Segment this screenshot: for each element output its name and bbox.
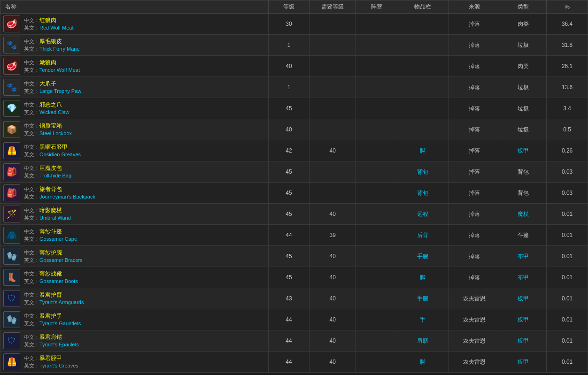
item-type: 布甲	[500, 246, 547, 267]
item-req-level: 40	[309, 267, 356, 288]
item-faction	[356, 288, 397, 309]
table-row: 🥩中文：嫩狼肉英文：Tender Wolf Meat40掉落肉类26.1	[0, 56, 588, 77]
item-slot	[397, 98, 449, 119]
item-name-cell: 🧤中文：暴君护手英文：Tyrant's Gauntlets	[0, 309, 269, 330]
item-pct: 3.4	[547, 98, 588, 119]
item-level: 44	[268, 225, 309, 246]
item-pct: 0.03	[547, 183, 588, 204]
item-faction	[356, 309, 397, 330]
item-en-name: 英文：Tender Wolf Meat	[24, 67, 80, 74]
item-req-level: 40	[309, 288, 356, 309]
item-type: 魔杖	[500, 204, 547, 225]
item-slot: 手腕	[397, 246, 449, 267]
col-slot: 物品栏	[397, 0, 449, 14]
item-level: 44	[268, 309, 309, 330]
item-source: 掉落	[449, 267, 500, 288]
item-req-level: 40	[309, 204, 356, 225]
item-en-name: 英文：Steel Lockbox	[24, 130, 72, 137]
item-pct: 36.4	[547, 14, 588, 35]
item-name-cell: 📦中文：钢质宝箱英文：Steel Lockbox	[0, 119, 269, 140]
item-cn-name: 中文：薄纱护腕	[24, 249, 83, 257]
item-name-cell: 💎中文：邪恶之爪英文：Wicked Claw	[0, 98, 269, 119]
item-level: 30	[268, 14, 309, 35]
item-level: 45	[268, 246, 309, 267]
item-cn-name: 中文：旅者背包	[24, 185, 95, 193]
item-type: 垃圾	[500, 77, 547, 98]
item-type: 板甲	[500, 288, 547, 309]
item-slot: 手腕	[397, 288, 449, 309]
table-row: 🧤中文：薄纱护腕英文：Gossamer Bracers4540手腕掉落布甲0.0…	[0, 246, 588, 267]
item-name-cell: 🧥中文：薄纱斗篷英文：Gossamer Cape	[0, 225, 269, 246]
col-req-level: 需要等级	[309, 0, 356, 14]
item-level: 45	[268, 183, 309, 204]
item-slot	[397, 56, 449, 77]
item-source: 掉落	[449, 56, 500, 77]
item-req-level	[309, 119, 356, 140]
item-faction	[356, 183, 397, 204]
item-name-cell: 🛡中文：暴君肩铠英文：Tyrant's Epaulets	[0, 330, 269, 352]
item-en-name: 英文：Red Wolf Meat	[24, 24, 74, 31]
item-pct: 0.01	[547, 288, 588, 309]
item-slot	[397, 35, 449, 56]
item-name-cell: 🪄中文：暗影魔杖英文：Umbral Wand	[0, 204, 269, 225]
item-slot: 背包	[397, 161, 449, 183]
item-cn-name: 中文：暴君肩铠	[24, 333, 79, 341]
item-name-cell: 🎒中文：旅者背包英文：Journeyman's Backpack	[0, 183, 269, 204]
item-req-level: 40	[309, 330, 356, 352]
item-cn-name: 中文：暴君护手	[24, 312, 81, 320]
col-faction: 阵营	[356, 0, 397, 14]
item-req-level	[309, 77, 356, 98]
item-faction	[356, 352, 397, 373]
item-cn-name: 中文：厚毛狼皮	[24, 38, 80, 46]
item-icon: 🧤	[3, 248, 20, 265]
item-cn-name: 中文：暗影魔杖	[24, 207, 71, 214]
item-pct: 13.6	[547, 77, 588, 98]
item-icon: 🪄	[3, 206, 20, 222]
table-row: 🛡中文：暴君护臂英文：Tyrant's Armguards4340手腕农夫雷恩板…	[0, 288, 588, 309]
item-req-level	[309, 98, 356, 119]
item-slot	[397, 14, 449, 35]
col-type: 类型	[500, 0, 547, 14]
item-en-name: 英文：Large Trophy Paw	[24, 88, 81, 95]
table-row: 🎒中文：巨魔皮包英文：Troll-hide Bag45背包掉落背包0.03	[0, 161, 588, 183]
table-row: 🐾中文：大爪子英文：Large Trophy Paw1掉落垃圾13.6	[0, 77, 588, 98]
table-row: 🪄中文：暗影魔杖英文：Umbral Wand4540远程掉落魔杖0.01	[0, 204, 588, 225]
item-level: 45	[268, 161, 309, 183]
item-faction	[356, 98, 397, 119]
item-slot	[397, 119, 449, 140]
item-type: 板甲	[500, 352, 547, 373]
item-type: 板甲	[500, 330, 547, 352]
item-en-name: 英文：Tyrant's Epaulets	[24, 341, 79, 348]
table-row: 🎒中文：旅者背包英文：Journeyman's Backpack45背包掉落背包…	[0, 183, 588, 204]
item-icon: 🎒	[3, 184, 20, 201]
item-icon: 🦺	[3, 142, 20, 159]
item-icon: 💎	[3, 100, 20, 117]
item-faction	[356, 267, 397, 288]
item-faction	[356, 14, 397, 35]
item-cn-name: 中文：薄纱斗篷	[24, 228, 77, 236]
item-level: 43	[268, 288, 309, 309]
item-source: 农夫雷恩	[449, 309, 500, 330]
item-faction	[356, 330, 397, 352]
item-en-name: 英文：Tyrant's Greaves	[24, 362, 78, 369]
item-level: 40	[268, 119, 309, 140]
item-name-cell: 🦺中文：暴君胫甲英文：Tyrant's Greaves	[0, 352, 269, 373]
item-pct: 0.01	[547, 246, 588, 267]
item-source: 掉落	[449, 77, 500, 98]
item-icon: 🐾	[3, 37, 20, 54]
item-pct: 31.8	[547, 35, 588, 56]
table-row: 🦺中文：暴君胫甲英文：Tyrant's Greaves4440脚农夫雷恩板甲0.…	[0, 352, 588, 373]
item-req-level: 40	[309, 352, 356, 373]
item-cn-name: 中文：大爪子	[24, 80, 81, 88]
item-level: 42	[268, 140, 309, 161]
item-faction	[356, 204, 397, 225]
item-icon: 📦	[3, 121, 20, 138]
item-faction	[356, 77, 397, 98]
table-row: 🥩中文：红狼肉英文：Red Wolf Meat30掉落肉类36.4	[0, 14, 588, 35]
item-slot: 脚	[397, 267, 449, 288]
item-slot: 脚	[397, 352, 449, 373]
item-pct: 0.01	[547, 352, 588, 373]
item-req-level: 40	[309, 140, 356, 161]
item-cn-name: 中文：巨魔皮包	[24, 164, 71, 172]
item-req-level	[309, 35, 356, 56]
